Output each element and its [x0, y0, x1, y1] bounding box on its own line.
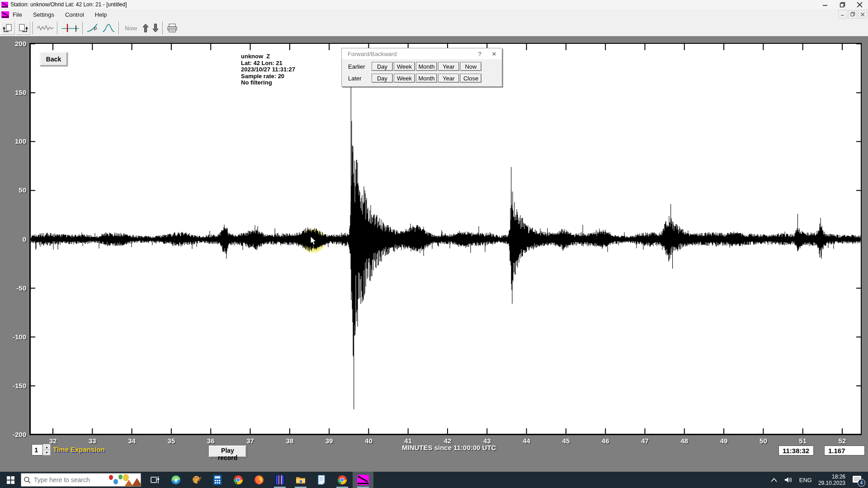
- language-indicator[interactable]: ENG: [799, 477, 812, 483]
- tray-chevron-icon[interactable]: [770, 477, 778, 483]
- scroll-up-button[interactable]: [141, 22, 151, 34]
- y-tick-label: 100: [5, 137, 26, 145]
- clock[interactable]: 18:26 29.10.2023: [818, 474, 845, 486]
- toolbar: P Now: [0, 20, 868, 37]
- x-tick-label: 48: [671, 437, 698, 445]
- x-tick-label: 45: [552, 437, 580, 445]
- menu-item-file[interactable]: File: [13, 11, 22, 18]
- title-bar: Station: unknow/Ohrid Lat: 42 Lon: 21 - …: [0, 0, 868, 9]
- x-tick-label: 40: [355, 437, 382, 445]
- dialog-earlier-year-button[interactable]: Year: [438, 62, 459, 71]
- taskbar-app-seismo-app-icon[interactable]: [353, 472, 373, 488]
- dialog-row-label-earlier: Earlier: [348, 63, 365, 70]
- taskbar-app-edge-icon[interactable]: [165, 472, 186, 488]
- scroll-down-button[interactable]: [151, 22, 160, 34]
- phase-pick-button[interactable]: [60, 22, 80, 34]
- mouse-cursor: [310, 236, 317, 246]
- minimize-button[interactable]: [816, 0, 834, 9]
- toolbar-separator: [82, 22, 83, 34]
- system-tray: ENG 18:26 29.10.2023 4: [770, 472, 868, 488]
- record-info-text: unknow Z Lat: 42 Lon: 21 2023/10/27 11:3…: [241, 53, 295, 86]
- y-tick-label: 150: [5, 89, 26, 96]
- dialog-later-day-button[interactable]: Day: [372, 74, 393, 83]
- dialog-earlier-month-button[interactable]: Month: [416, 62, 437, 71]
- clock-time: 18:26: [818, 474, 845, 480]
- taskbar-app-seismogram-viewer-icon[interactable]: [269, 472, 290, 488]
- toolbar-separator: [33, 22, 33, 34]
- print-button[interactable]: [165, 22, 179, 34]
- child-minimize-button[interactable]: [838, 10, 847, 19]
- menu-item-settings[interactable]: Settings: [33, 11, 54, 18]
- dialog-help-button[interactable]: ?: [473, 48, 486, 59]
- taskbar-app-calculator-icon[interactable]: [207, 472, 228, 488]
- dialog-earlier-now-button[interactable]: Now: [460, 62, 481, 71]
- x-tick-label: 37: [237, 437, 264, 445]
- notification-icon[interactable]: 4: [852, 474, 863, 486]
- taskbar: ENG 18:26 29.10.2023 4: [0, 472, 868, 488]
- p-phase-button[interactable]: P: [85, 22, 100, 34]
- child-restore-button[interactable]: [848, 10, 857, 19]
- cursor-value-box: 1.167: [824, 446, 865, 455]
- time-expansion-spinner: ▲ ▼: [43, 444, 51, 455]
- svg-text:P: P: [94, 27, 97, 32]
- restore-button[interactable]: [834, 0, 851, 9]
- taskbar-app-chrome-icon[interactable]: [228, 472, 249, 488]
- menu-item-control[interactable]: Control: [65, 11, 84, 18]
- toolbar-separator: [57, 22, 58, 34]
- dialog-title: Forward/Backward: [348, 51, 396, 57]
- child-window-icon[interactable]: [1, 11, 9, 18]
- spinner-down-button[interactable]: ▼: [43, 450, 51, 456]
- y-tick-label: -200: [5, 431, 26, 438]
- y-tick-label: 200: [5, 40, 26, 47]
- plot-area[interactable]: [29, 43, 862, 435]
- menu-items: FileSettingsControlHelp: [13, 11, 107, 18]
- search-decoration-image: [106, 474, 141, 486]
- taskbar-app-chrome-2-icon[interactable]: [332, 472, 353, 488]
- child-close-button[interactable]: [858, 10, 867, 19]
- taskbar-app-notepad-icon[interactable]: [311, 472, 332, 488]
- dialog-later-close-button[interactable]: Close: [460, 74, 481, 83]
- spinner-up-button[interactable]: ▲: [43, 444, 51, 450]
- menu-bar: FileSettingsControlHelp: [0, 9, 868, 20]
- taskbar-app-paint3d-icon[interactable]: [186, 472, 207, 488]
- x-axis-title: MINUTES since 11:00:00 UTC: [402, 444, 501, 451]
- window-title: Station: unknow/Ohrid Lat: 42 Lon: 21 - …: [10, 1, 127, 8]
- x-tick-label: 32: [39, 437, 66, 445]
- x-tick-label: 38: [276, 437, 303, 445]
- dialog-close-icon[interactable]: ✕: [487, 48, 501, 59]
- speaker-icon[interactable]: [784, 476, 793, 483]
- search-icon: [21, 476, 33, 483]
- taskbar-app-firefox-icon[interactable]: [249, 472, 269, 488]
- gaussian-filter-button[interactable]: [100, 22, 117, 34]
- toolbar-separator: [162, 22, 163, 34]
- dialog-later-month-button[interactable]: Month: [416, 74, 437, 83]
- clock-date: 29.10.2023: [818, 480, 845, 486]
- time-expansion-value[interactable]: 1: [32, 444, 43, 455]
- play-record-button[interactable]: Play record: [209, 446, 246, 457]
- y-tick-label: -100: [5, 333, 26, 341]
- taskbar-search[interactable]: [21, 473, 141, 487]
- back-button[interactable]: Back: [40, 52, 67, 66]
- start-button[interactable]: [0, 472, 21, 488]
- app-window: Station: unknow/Ohrid Lat: 42 Lon: 21 - …: [0, 0, 868, 472]
- dialog-earlier-week-button[interactable]: Week: [394, 62, 415, 71]
- dialog-later-week-button[interactable]: Week: [394, 74, 415, 83]
- load-previous-button[interactable]: [0, 21, 15, 35]
- waveform-view-button[interactable]: [35, 22, 55, 34]
- taskbar-app-file-explorer-icon[interactable]: [290, 472, 311, 488]
- dialog-later-year-button[interactable]: Year: [438, 74, 459, 83]
- notification-badge: 4: [858, 479, 865, 487]
- x-tick-label: 47: [632, 437, 659, 445]
- x-tick-label: 46: [592, 437, 619, 445]
- search-input[interactable]: [33, 476, 103, 484]
- x-tick-label: 39: [316, 437, 343, 445]
- x-tick-label: 52: [829, 437, 856, 445]
- dialog-earlier-day-button[interactable]: Day: [372, 62, 393, 71]
- close-button[interactable]: [851, 0, 868, 9]
- now-button[interactable]: Now: [121, 22, 141, 34]
- x-tick-label: 35: [158, 437, 185, 445]
- toolbar-separator: [118, 22, 119, 34]
- menu-item-help[interactable]: Help: [95, 11, 107, 18]
- taskbar-app-task-view-icon[interactable]: [145, 472, 165, 488]
- load-next-button[interactable]: [16, 21, 30, 35]
